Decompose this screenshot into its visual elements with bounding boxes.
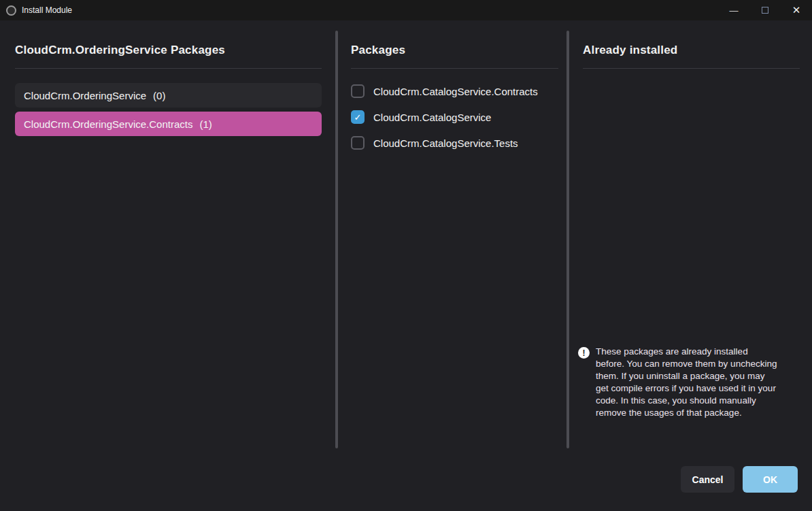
cancel-button[interactable]: Cancel — [681, 466, 734, 493]
package-row[interactable]: ✓CloudCrm.CatalogService — [351, 104, 558, 130]
package-row[interactable]: CloudCrm.CatalogService.Contracts — [351, 78, 558, 104]
module-list: CloudCrm.OrderingService(0)CloudCrm.Orde… — [15, 83, 322, 136]
already-installed-title: Already installed — [583, 42, 800, 59]
checkbox-unchecked-icon[interactable] — [351, 136, 365, 150]
note-text: These packages are already installed bef… — [596, 346, 778, 419]
already-installed-panel: Already installed ! These packages are a… — [569, 20, 812, 511]
module-item-label: CloudCrm.OrderingService — [24, 90, 146, 101]
content-area: CloudCrm.OrderingService Packages CloudC… — [0, 20, 812, 511]
module-item-count: (0) — [153, 90, 165, 101]
close-button[interactable]: ✕ — [781, 0, 812, 20]
app-logo-icon — [6, 5, 16, 16]
modules-panel: CloudCrm.OrderingService Packages CloudC… — [0, 20, 335, 511]
module-item[interactable]: CloudCrm.OrderingService.Contracts(1) — [15, 112, 322, 136]
module-item-label: CloudCrm.OrderingService.Contracts — [24, 118, 192, 130]
minimize-button[interactable]: — — [718, 0, 749, 20]
titlebar: Install Module — ✕ — [0, 0, 812, 20]
install-module-window: Install Module — ✕ CloudCrm.OrderingServ… — [0, 0, 812, 511]
module-item-count: (1) — [199, 118, 212, 130]
package-label: CloudCrm.CatalogService.Tests — [373, 137, 518, 149]
checkbox-unchecked-icon[interactable] — [351, 84, 365, 98]
footer-actions: Cancel OK — [681, 466, 798, 493]
package-list: CloudCrm.CatalogService.Contracts✓CloudC… — [351, 78, 558, 156]
packages-panel-divider — [351, 68, 558, 69]
package-label: CloudCrm.CatalogService.Contracts — [373, 86, 538, 97]
ok-button[interactable]: OK — [743, 466, 798, 493]
packages-panel: Packages CloudCrm.CatalogService.Contrac… — [338, 20, 566, 511]
window-controls: — ✕ — [718, 0, 812, 20]
maximize-icon — [762, 7, 768, 14]
already-installed-note: ! These packages are already installed b… — [578, 346, 800, 419]
module-item[interactable]: CloudCrm.OrderingService(0) — [15, 83, 322, 108]
modules-panel-title: CloudCrm.OrderingService Packages — [15, 42, 322, 59]
modules-panel-divider — [15, 68, 322, 69]
checkbox-checked-icon[interactable]: ✓ — [351, 110, 365, 124]
package-row[interactable]: CloudCrm.CatalogService.Tests — [351, 130, 558, 156]
packages-panel-title: Packages — [351, 42, 558, 59]
package-label: CloudCrm.CatalogService — [373, 112, 491, 123]
already-installed-divider — [583, 68, 800, 69]
info-icon: ! — [578, 347, 590, 359]
window-title: Install Module — [22, 5, 72, 15]
maximize-button[interactable] — [749, 0, 781, 20]
